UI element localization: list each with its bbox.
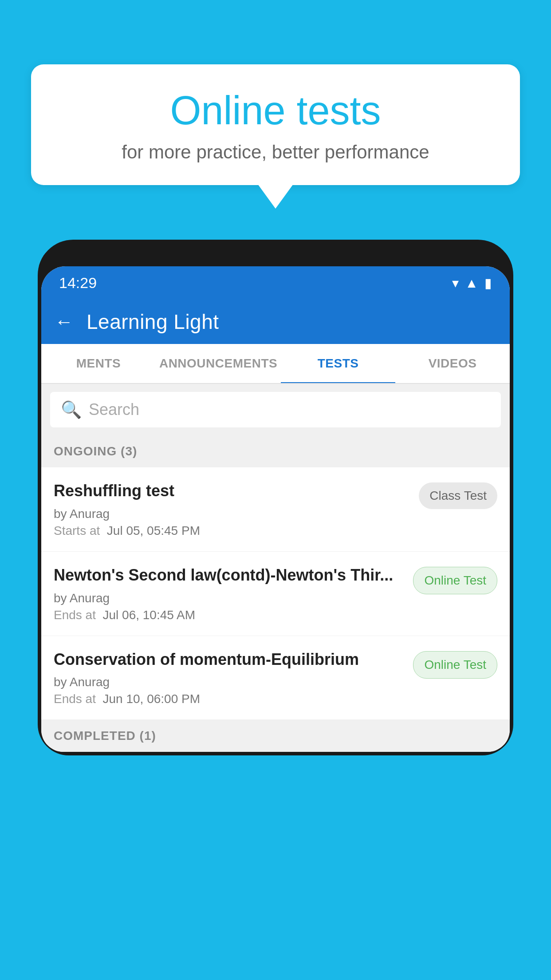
phone-screen: 14:29 ▾ ▲ ▮ ← Learning Light MENTS ANNOU… [41,266,510,752]
back-button[interactable]: ← [55,311,73,332]
test-title: Newton's Second law(contd)-Newton's Thir… [54,565,404,586]
phone-top-bar [38,253,513,266]
tabs-container: MENTS ANNOUNCEMENTS TESTS VIDEOS [41,344,510,384]
test-item[interactable]: Conservation of momentum-Equilibrium by … [41,636,510,720]
completed-section-header: COMPLETED (1) [54,729,156,743]
test-time-value: Jul 06, 10:45 AM [103,608,196,622]
test-badge-online: Online Test [413,567,497,594]
test-badge-class: Class Test [419,482,497,509]
status-bar-icons: ▾ ▲ ▮ [452,275,492,291]
status-bar-time: 14:29 [59,274,97,292]
speech-bubble-tail [258,184,293,209]
phone-notch [236,240,315,264]
speech-bubble-subtitle: for more practice, better performance [58,142,493,163]
ongoing-section-header: ONGOING (3) [41,435,510,467]
test-time-value: Jun 10, 06:00 PM [103,692,200,706]
phone-wrapper: 14:29 ▾ ▲ ▮ ← Learning Light MENTS ANNOU… [38,240,513,980]
test-time: Starts at Jul 05, 05:45 PM [54,524,410,538]
test-list: Reshuffling test by Anurag Starts at Jul… [41,467,510,720]
tab-tests[interactable]: TESTS [281,344,395,383]
test-badge-online: Online Test [413,651,497,679]
completed-section: COMPLETED (1) [41,720,510,752]
battery-icon: ▮ [484,275,492,291]
test-time: Ends at Jul 06, 10:45 AM [54,608,404,622]
search-bar[interactable]: 🔍 Search [50,392,501,427]
speech-bubble-title: Online tests [58,89,493,133]
test-title: Reshuffling test [54,481,410,502]
test-info: Conservation of momentum-Equilibrium by … [54,649,404,707]
app-header: ← Learning Light [41,300,510,344]
search-icon: 🔍 [61,400,82,419]
test-author: by Anurag [54,507,410,521]
app-title: Learning Light [87,310,219,334]
test-time-label: Ends at [54,608,96,622]
test-author: by Anurag [54,675,404,689]
speech-bubble: Online tests for more practice, better p… [31,64,520,185]
test-time-value: Jul 05, 05:45 PM [107,524,200,537]
phone-frame: 14:29 ▾ ▲ ▮ ← Learning Light MENTS ANNOU… [38,240,513,755]
test-item[interactable]: Reshuffling test by Anurag Starts at Jul… [41,467,510,552]
tab-announcements[interactable]: ANNOUNCEMENTS [156,344,281,383]
search-container: 🔍 Search [41,384,510,435]
status-bar: 14:29 ▾ ▲ ▮ [41,266,510,300]
signal-icon: ▲ [465,276,478,291]
test-item[interactable]: Newton's Second law(contd)-Newton's Thir… [41,552,510,636]
tab-ments[interactable]: MENTS [41,344,156,383]
speech-bubble-section: Online tests for more practice, better p… [31,64,520,209]
test-title: Conservation of momentum-Equilibrium [54,649,404,670]
wifi-icon: ▾ [452,275,459,291]
test-time-label: Starts at [54,524,100,537]
test-author: by Anurag [54,591,404,605]
tab-videos[interactable]: VIDEOS [395,344,510,383]
test-time-label: Ends at [54,692,96,706]
search-input[interactable]: Search [89,400,490,419]
test-info: Reshuffling test by Anurag Starts at Jul… [54,481,410,538]
test-info: Newton's Second law(contd)-Newton's Thir… [54,565,404,622]
test-time: Ends at Jun 10, 06:00 PM [54,692,404,706]
